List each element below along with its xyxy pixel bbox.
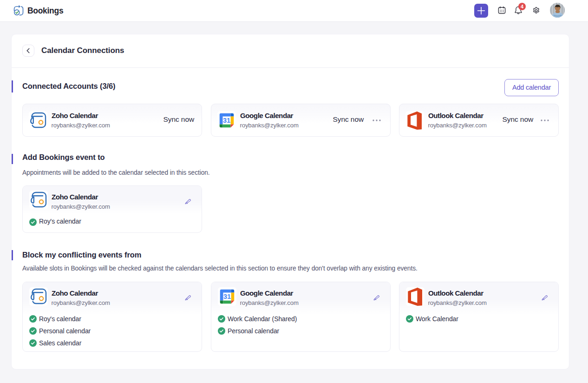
svg-text:31: 31 [223, 293, 231, 300]
svg-text:31: 31 [223, 117, 230, 124]
